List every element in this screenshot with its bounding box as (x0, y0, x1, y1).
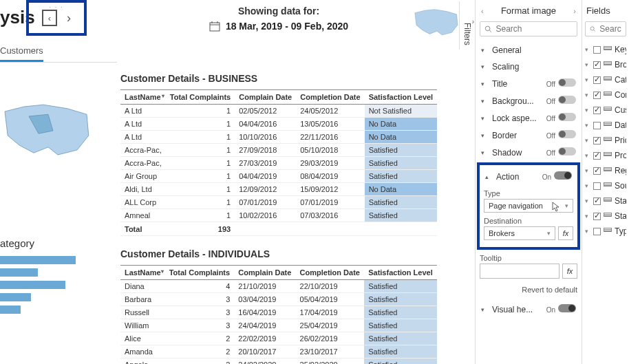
toggle-shadow[interactable] (558, 147, 576, 156)
toggle-title[interactable] (558, 78, 576, 87)
field-item[interactable]: ▾Statuse (585, 208, 626, 224)
table-row[interactable]: Angela224/02/202025/02/2020Satisfied (120, 358, 437, 365)
prop-lock-aspect[interactable]: ▾Lock aspe...Off (480, 109, 577, 127)
checkbox[interactable] (593, 137, 601, 144)
table-row[interactable]: Aldi, Ltd112/09/201215/09/2012No Data (120, 183, 437, 196)
checkbox[interactable] (593, 213, 601, 220)
checkbox[interactable] (593, 46, 601, 54)
field-item[interactable]: ▾Produc (585, 148, 626, 163)
toggle-lock[interactable] (558, 113, 576, 121)
table-icon (604, 122, 612, 129)
table-row[interactable]: Accra-Pac,127/03/201929/03/2019Satisfied (120, 157, 437, 170)
column-header[interactable]: Complain Date (235, 90, 296, 105)
us-map-small[interactable] (409, 6, 465, 40)
prop-scaling[interactable]: ▾Scaling (480, 58, 577, 75)
chevron-left-icon[interactable]: ‹ (481, 7, 484, 15)
individuals-table[interactable]: LastName▾Total ComplaintsComplain DateCo… (120, 265, 437, 364)
checkbox[interactable] (593, 182, 601, 190)
table-row[interactable]: Barbara303/04/201905/04/2019Satisfied (120, 293, 437, 306)
prev-page-button[interactable]: ‹ (42, 10, 57, 26)
field-item[interactable]: ▾Region (585, 163, 626, 178)
checkbox[interactable] (593, 197, 601, 205)
tooltip-input[interactable] (480, 264, 559, 279)
type-dropdown[interactable]: Page navigation ▾ (484, 199, 573, 213)
column-header[interactable]: Completion Date (296, 266, 365, 280)
field-item[interactable]: ▾Prioriti (585, 133, 626, 148)
table-row[interactable]: Alice222/02/201926/02/2019Satisfied (120, 332, 437, 345)
filters-collapsed-tab[interactable]: › Filters (459, 1, 474, 50)
format-search-input[interactable] (495, 24, 573, 34)
field-item[interactable]: ▾Brokers (585, 57, 626, 72)
field-item[interactable]: ▾Compl (585, 87, 626, 103)
field-item[interactable]: ▾Types (585, 224, 626, 239)
column-header[interactable]: LastName▾ (120, 90, 166, 105)
prop-border[interactable]: ▾BorderOff (480, 127, 577, 144)
prop-title[interactable]: ▾TitleOff (480, 75, 577, 92)
prop-visual-header[interactable]: ▾Visual he...On (480, 301, 577, 318)
tooltip-fx-button[interactable]: fx (562, 264, 577, 279)
checkbox[interactable] (593, 167, 601, 175)
column-header[interactable]: Satisfaction Level (365, 90, 438, 105)
table-row[interactable]: Diana421/10/201922/10/2019Satisfied (120, 280, 437, 293)
table-icon (604, 197, 612, 204)
fields-search[interactable] (585, 21, 626, 36)
checkbox[interactable] (593, 122, 601, 129)
drag-dots-icon: · · · (49, 4, 63, 10)
table-row[interactable]: Amanda220/10/201723/10/2017Satisfied (120, 345, 437, 358)
table-row[interactable]: ALL Corp107/01/201907/01/2019Satisfied (120, 196, 437, 209)
table-row[interactable]: A Ltd104/04/201613/05/2016No Data (120, 118, 437, 131)
table-row[interactable]: Russell316/04/201917/04/2019Satisfied (120, 306, 437, 319)
table-row[interactable]: Accra-Pac,127/09/201805/10/2018Satisfied (120, 144, 437, 157)
chevron-down-icon: ▾ (585, 228, 590, 235)
filters-label: Filters (462, 23, 472, 45)
checkbox[interactable] (593, 228, 601, 235)
toggle-action[interactable] (554, 171, 572, 180)
field-item[interactable]: ▾Source (585, 178, 626, 193)
table-row[interactable]: William324/04/201925/04/2019Satisfied (120, 319, 437, 332)
column-header[interactable]: LastName▾ (120, 266, 165, 280)
field-item[interactable]: ▾Status I (585, 193, 626, 208)
prop-shadow[interactable]: ▾ShadowOff (480, 144, 577, 161)
table-row[interactable]: A Ltd110/10/201622/11/2016No Data (120, 131, 437, 144)
format-search[interactable] (480, 21, 577, 36)
column-header[interactable]: Total Complaints (165, 266, 235, 280)
field-item[interactable]: ▾Catego (585, 72, 626, 87)
chevron-right-icon[interactable]: › (573, 7, 576, 15)
field-item[interactable]: ▾Key Me (585, 42, 626, 57)
toggle-background[interactable] (558, 96, 576, 104)
toggle-visual-header[interactable] (558, 304, 576, 312)
individuals-table-section: Customer Details - INDIVIDUALS LastName▾… (120, 248, 437, 364)
bar (0, 268, 38, 277)
bar (0, 256, 76, 264)
prop-action[interactable]: ▴ActionOn (484, 168, 573, 185)
revert-to-default[interactable]: Revert to default (480, 286, 577, 294)
fields-search-input[interactable] (599, 24, 621, 34)
table-row[interactable]: A Ltd102/05/201224/05/2012Not Satisfied (120, 105, 437, 118)
field-label: Source (615, 181, 626, 191)
field-item[interactable]: ▾Dates (585, 118, 626, 133)
destination-dropdown[interactable]: Brokers ▾ (484, 226, 555, 240)
column-header[interactable]: Total Complaints (166, 90, 235, 105)
table-row[interactable]: Air Group104/04/201908/04/2019Satisfied (120, 170, 437, 183)
destination-fx-button[interactable]: fx (558, 226, 573, 240)
category-bar-chart (0, 256, 76, 318)
column-header[interactable]: Completion Date (296, 90, 364, 105)
prop-background[interactable]: ▾Backgrou...Off (480, 92, 577, 109)
next-page-button[interactable]: › (67, 11, 71, 25)
checkbox[interactable] (593, 92, 601, 99)
business-table[interactable]: LastName▾Total ComplaintsComplain DateCo… (120, 89, 437, 236)
checkbox[interactable] (593, 76, 601, 84)
prop-general[interactable]: ▾General (480, 42, 577, 58)
checkbox[interactable] (593, 107, 601, 114)
table-row[interactable]: Amneal110/02/201607/03/2016Satisfied (120, 209, 437, 222)
checkbox[interactable] (593, 152, 601, 160)
toggle-border[interactable] (558, 130, 576, 138)
tab-customers[interactable]: Customers (0, 41, 43, 62)
column-header[interactable]: Satisfaction Level (364, 266, 437, 280)
field-label: Region (615, 166, 626, 175)
chevron-down-icon: ▾ (585, 107, 590, 114)
column-header[interactable]: Complain Date (234, 266, 295, 280)
checkbox[interactable] (593, 61, 601, 69)
field-item[interactable]: ▾Custon (585, 103, 626, 118)
calendar-icon (209, 21, 220, 32)
